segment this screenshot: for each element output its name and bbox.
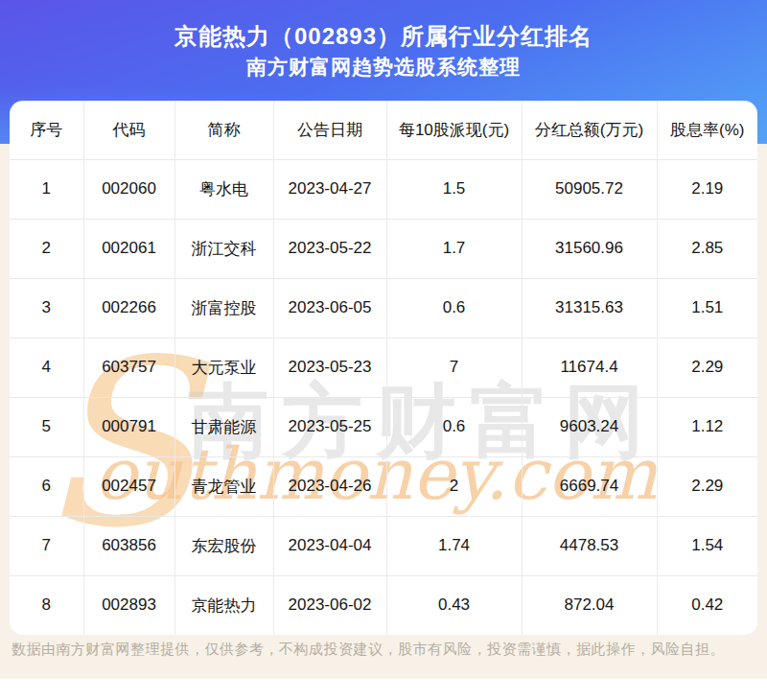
ranking-table-card: S 南方财富网 outhmoney.com 序号代码简称公告日期每10股派现(元…: [10, 101, 757, 635]
table-cell: 东宏股份: [174, 516, 273, 575]
column-header: 股息率(%): [657, 101, 757, 159]
table-cell: 000791: [83, 397, 174, 456]
table-cell: 603757: [83, 338, 174, 397]
page-subtitle: 南方财富网趋势选股系统整理: [0, 54, 767, 81]
table-cell: 浙江交科: [174, 219, 273, 278]
table-cell: 1.74: [386, 516, 522, 575]
table-cell: 8: [10, 575, 83, 635]
table-cell: 31315.63: [522, 278, 657, 338]
table-row: 8002893京能热力2023-06-020.43872.040.42: [10, 575, 757, 635]
table-cell: 6669.74: [522, 456, 657, 516]
table-cell: 002061: [83, 219, 174, 278]
table-cell: 2023-04-26: [273, 456, 386, 516]
table-row: 6002457青龙管业2023-04-2626669.742.29: [10, 456, 757, 516]
table-cell: 1.12: [657, 397, 757, 456]
column-header: 分红总额(万元): [522, 101, 657, 159]
table-cell: 002457: [83, 456, 174, 516]
table-cell: 2023-04-04: [273, 516, 386, 575]
table-cell: 2.85: [657, 219, 757, 278]
table-cell: 50905.72: [522, 159, 657, 219]
table-cell: 2: [10, 219, 83, 278]
table-row: 3002266浙富控股2023-06-050.631315.631.51: [10, 278, 757, 338]
table-cell: 0.6: [386, 397, 522, 456]
table-cell: 0.43: [386, 575, 522, 635]
table-cell: 6: [10, 456, 83, 516]
table-cell: 2023-05-23: [273, 338, 386, 397]
table-row: 2002061浙江交科2023-05-221.731560.962.85: [10, 219, 757, 278]
table-cell: 2023-05-25: [273, 397, 386, 456]
table-row: 4603757大元泵业2023-05-23711674.42.29: [10, 338, 757, 397]
table-cell: 京能热力: [174, 575, 273, 635]
dividend-ranking-table: 序号代码简称公告日期每10股派现(元)分红总额(万元)股息率(%) 100206…: [10, 101, 757, 635]
table-cell: 1: [10, 159, 83, 219]
page-title: 京能热力（002893）所属行业分红排名: [0, 21, 767, 52]
table-cell: 大元泵业: [174, 338, 273, 397]
table-cell: 7: [386, 338, 522, 397]
table-cell: 2023-06-02: [273, 575, 386, 635]
table-cell: 5: [10, 397, 83, 456]
bottom-margin: [0, 679, 767, 700]
table-cell: 7: [10, 516, 83, 575]
table-cell: 0.6: [386, 278, 522, 338]
table-cell: 4478.53: [522, 516, 657, 575]
table-cell: 0.42: [657, 575, 757, 635]
column-header: 简称: [174, 101, 273, 159]
table-header-row: 序号代码简称公告日期每10股派现(元)分红总额(万元)股息率(%): [10, 101, 757, 159]
table-cell: 2.29: [657, 456, 757, 516]
table-cell: 002893: [83, 575, 174, 635]
column-header: 每10股派现(元): [386, 101, 522, 159]
column-header: 序号: [10, 101, 83, 159]
table-cell: 002060: [83, 159, 174, 219]
table-cell: 2023-06-05: [273, 278, 386, 338]
table-cell: 青龙管业: [174, 456, 273, 516]
table-row: 1002060粤水电2023-04-271.550905.722.19: [10, 159, 757, 219]
table-cell: 9603.24: [522, 397, 657, 456]
table-cell: 4: [10, 338, 83, 397]
table-cell: 1.54: [657, 516, 757, 575]
table-row: 7603856东宏股份2023-04-041.744478.531.54: [10, 516, 757, 575]
table-cell: 2: [386, 456, 522, 516]
table-cell: 2023-05-22: [273, 219, 386, 278]
table-cell: 甘肃能源: [174, 397, 273, 456]
table-cell: 2.29: [657, 338, 757, 397]
table-cell: 1.7: [386, 219, 522, 278]
table-cell: 粤水电: [174, 159, 273, 219]
table-cell: 1.51: [657, 278, 757, 338]
table-cell: 872.04: [522, 575, 657, 635]
column-header: 公告日期: [273, 101, 386, 159]
table-cell: 603856: [83, 516, 174, 575]
table-cell: 3: [10, 278, 83, 338]
table-cell: 31560.96: [522, 219, 657, 278]
table-cell: 浙富控股: [174, 278, 273, 338]
table-row: 5000791甘肃能源2023-05-250.69603.241.12: [10, 397, 757, 456]
column-header: 代码: [83, 101, 174, 159]
disclaimer-text: 数据由南方财富网整理提供，仅供参考，不构成投资建议，股市有风险，投资需谨慎，据此…: [12, 641, 759, 659]
table-cell: 2023-04-27: [273, 159, 386, 219]
table-cell: 11674.4: [522, 338, 657, 397]
table-cell: 002266: [83, 278, 174, 338]
table-cell: 2.19: [657, 159, 757, 219]
table-cell: 1.5: [386, 159, 522, 219]
dividend-table-body: 1002060粤水电2023-04-271.550905.722.1920020…: [10, 159, 757, 635]
